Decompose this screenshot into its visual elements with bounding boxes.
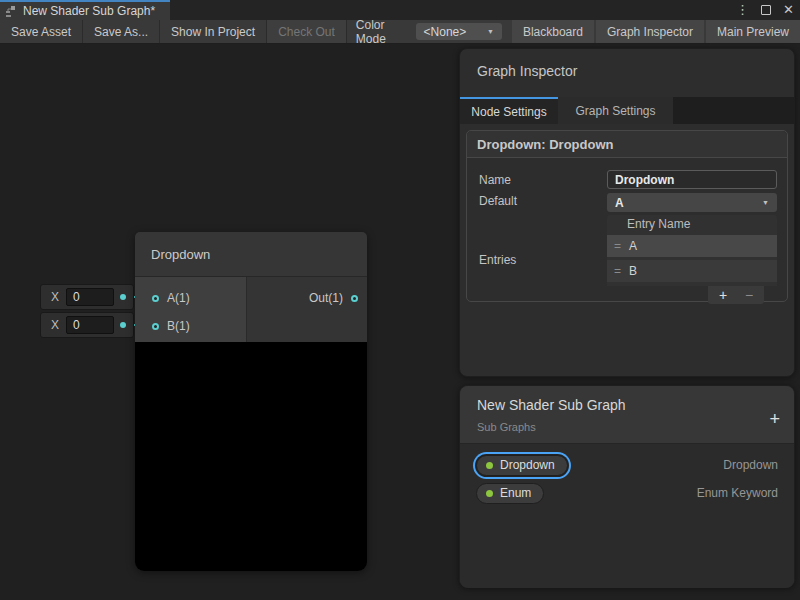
window-menu-icon[interactable]: ⋮ — [736, 0, 749, 20]
node-title: Dropdown — [151, 247, 210, 262]
node-preview — [135, 342, 367, 571]
property-type-label: Enum Keyword — [697, 486, 778, 500]
blackboard-header: New Shader Sub Graph Sub Graphs + — [460, 386, 794, 444]
dropdown-node[interactable]: Dropdown A(1) B(1) Out(1) — [135, 232, 367, 571]
maximize-icon[interactable] — [761, 5, 771, 15]
default-dropdown[interactable]: A ▼ — [607, 193, 777, 212]
remove-entry-button[interactable]: − — [736, 286, 762, 304]
pill-label: Enum — [500, 486, 531, 500]
show-in-project-button[interactable]: Show In Project — [160, 20, 267, 43]
entry-name: A — [629, 239, 637, 253]
unity-shader-graph-window: New Shader Sub Graph* ⋮ ✕ Save Asset Sav… — [0, 0, 800, 600]
entries-list-controls: + − — [708, 286, 764, 304]
entries-footer: + − — [607, 286, 777, 304]
entries-list-header: Entry Name — [607, 215, 777, 232]
widget-port-dot[interactable] — [120, 294, 126, 300]
property-type-label: Dropdown — [723, 458, 778, 472]
entry-row-a[interactable]: = A — [607, 235, 777, 257]
main-preview-toggle-button[interactable]: Main Preview — [706, 20, 800, 43]
tab-node-settings[interactable]: Node Settings — [460, 97, 558, 124]
input-port-label: B(1) — [167, 319, 190, 333]
node-settings-section: Dropdown: Dropdown Name Dropdown Default… — [466, 130, 788, 302]
graph-toolbar: Save Asset Save As... Show In Project Ch… — [0, 20, 800, 44]
input-port-label: A(1) — [167, 291, 190, 305]
drag-handle-icon[interactable]: = — [614, 239, 620, 253]
blackboard-row-dropdown: Dropdown Dropdown — [468, 451, 786, 479]
blackboard-panel: New Shader Sub Graph Sub Graphs + Dropdo… — [459, 385, 795, 588]
value-field-a[interactable]: 0 — [66, 288, 114, 306]
section-title: Dropdown: Dropdown — [477, 137, 613, 152]
pill-label: Dropdown — [500, 458, 555, 472]
node-output-column: Out(1) — [247, 277, 367, 342]
shader-graph-icon — [5, 5, 18, 18]
color-mode-value: <None> — [424, 25, 467, 39]
drag-handle-icon[interactable]: = — [614, 264, 620, 278]
color-mode-dropdown[interactable]: <None> ▼ — [416, 23, 502, 40]
entries-field-row: Entries Entry Name = A = B — [479, 215, 787, 304]
tab-graph-settings[interactable]: Graph Settings — [558, 97, 673, 124]
entries-list: Entry Name = A = B — [607, 215, 777, 286]
output-port-row: Out(1) — [247, 284, 367, 312]
input-port-a[interactable] — [152, 295, 159, 302]
input-port-b[interactable] — [152, 323, 159, 330]
chevron-down-icon: ▼ — [762, 199, 769, 206]
output-port[interactable] — [351, 295, 358, 302]
document-tab[interactable]: New Shader Sub Graph* — [0, 0, 170, 20]
save-as-button[interactable]: Save As... — [83, 20, 160, 43]
name-label: Name — [479, 170, 607, 190]
widget-port-dot[interactable] — [120, 322, 126, 328]
property-dot-icon — [486, 462, 493, 469]
chevron-down-icon: ▼ — [487, 28, 494, 35]
node-input-column: A(1) B(1) — [135, 277, 247, 342]
property-dot-icon — [486, 490, 493, 497]
add-property-button[interactable]: + — [769, 410, 780, 428]
input-widget-a[interactable]: X 0 — [40, 284, 134, 310]
save-asset-button[interactable]: Save Asset — [0, 20, 83, 43]
input-port-row-b: B(1) — [135, 312, 246, 340]
blackboard-row-enum: Enum Enum Keyword — [468, 479, 786, 507]
name-field-row: Name Dropdown — [479, 170, 787, 190]
node-settings-fields: Name Dropdown Default A ▼ Entries — [467, 158, 787, 304]
blackboard-toggle-button[interactable]: Blackboard — [512, 20, 594, 43]
entry-name: B — [629, 264, 637, 278]
check-out-button[interactable]: Check Out — [267, 20, 347, 43]
section-header: Dropdown: Dropdown — [467, 131, 787, 158]
window-controls: ⋮ ✕ — [736, 0, 794, 20]
name-input[interactable]: Dropdown — [607, 170, 777, 189]
blackboard-subtitle: Sub Graphs — [477, 421, 778, 433]
graph-inspector-title: Graph Inspector — [460, 49, 794, 97]
input-port-row-a: A(1) — [135, 284, 246, 312]
entries-label: Entries — [479, 250, 607, 270]
default-field-row: Default A ▼ — [479, 191, 787, 212]
color-mode-label: Color Mode — [347, 20, 416, 43]
dropdown-property-pill[interactable]: Dropdown — [476, 455, 568, 476]
document-tab-title: New Shader Sub Graph* — [23, 4, 155, 18]
input-widget-b[interactable]: X 0 — [40, 312, 134, 338]
default-label: Default — [479, 191, 607, 212]
blackboard-title: New Shader Sub Graph — [477, 397, 778, 413]
enum-property-pill[interactable]: Enum — [476, 483, 544, 504]
inspector-tab-strip: Node Settings Graph Settings — [460, 97, 794, 124]
axis-label: X — [51, 318, 59, 332]
default-dropdown-value: A — [615, 196, 624, 210]
node-header[interactable]: Dropdown — [135, 232, 367, 277]
graph-inspector-toggle-button[interactable]: Graph Inspector — [596, 20, 704, 43]
output-port-label: Out(1) — [309, 291, 343, 305]
axis-label: X — [51, 290, 59, 304]
blackboard-body: Dropdown Dropdown Enum Enum Keyword — [460, 444, 794, 588]
add-entry-button[interactable]: + — [710, 286, 736, 304]
close-icon[interactable]: ✕ — [783, 0, 794, 20]
graph-inspector-panel: Graph Inspector Node Settings Graph Sett… — [459, 48, 795, 377]
entry-row-b[interactable]: = B — [607, 260, 777, 282]
node-body: A(1) B(1) Out(1) — [135, 277, 367, 342]
value-field-b[interactable]: 0 — [66, 316, 114, 334]
